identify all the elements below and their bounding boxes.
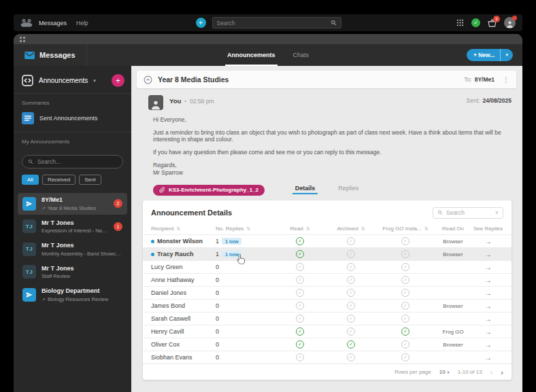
details-title: Announcement Details xyxy=(151,209,232,217)
column-header[interactable]: Archived⇅ xyxy=(324,226,378,232)
announcement-list-item[interactable]: TJMr T JonesExpression of Interest - Nat… xyxy=(18,216,127,238)
recipient-row[interactable]: Siobhan Evans0✓✓✓→ xyxy=(143,351,512,363)
announcement-item-title: Mr T Jones xyxy=(41,219,108,226)
read-status-icon: ✓ xyxy=(296,353,304,361)
column-header[interactable]: Read⇅ xyxy=(275,226,324,232)
column-header[interactable]: Frog GO Insta...⇅ xyxy=(378,226,433,232)
details-search[interactable]: × xyxy=(433,207,503,219)
user-avatar[interactable] xyxy=(504,17,516,29)
recipient-row[interactable]: Monster Wilson11 new✓✓✓Browser→ xyxy=(143,234,512,247)
archived-status-icon: ✓ xyxy=(347,327,355,336)
frog-go-status-icon: ✓ xyxy=(401,327,409,336)
read-status-icon: ✓ xyxy=(296,250,304,258)
filter-all[interactable]: All xyxy=(22,175,39,185)
column-header[interactable]: See Replies xyxy=(473,226,503,232)
recipient-name: Anne Hathaway xyxy=(151,277,195,283)
see-replies-arrow[interactable]: → xyxy=(485,264,492,271)
see-replies-arrow[interactable]: → xyxy=(485,238,492,245)
see-replies-arrow[interactable]: → xyxy=(485,315,492,323)
see-replies-arrow[interactable]: → xyxy=(485,328,492,336)
recipient-row[interactable]: James Bond0✓✓✓Browser→ xyxy=(143,299,512,312)
sidebar-item-sent-announcements[interactable]: Sent Announcements xyxy=(14,111,131,132)
tab-details[interactable]: Details xyxy=(295,185,316,194)
tab-chats[interactable]: Chats xyxy=(293,44,309,66)
recipient-row[interactable]: Oliver Cox0✓✓✓Browser→ xyxy=(143,338,512,351)
frog-go-status-icon: ✓ xyxy=(401,263,409,271)
replies-count: 1 xyxy=(216,238,219,245)
message-paragraph: Mr Sparrow xyxy=(153,169,512,177)
announcement-list-item[interactable]: 8Y/Me1↗Year 8 Media Studies2 xyxy=(18,193,127,215)
see-replies-arrow[interactable]: → xyxy=(485,251,492,258)
tab-announcements[interactable]: Announcements xyxy=(227,44,275,66)
kebab-menu-icon[interactable]: ⋮ xyxy=(503,76,509,84)
window-menu-icon[interactable] xyxy=(20,37,25,42)
recipient-row[interactable]: Tracy Rauch11 new✓✓✓Browser→ xyxy=(143,247,512,260)
sidebar-search[interactable] xyxy=(22,155,123,168)
add-announcement-button[interactable]: + xyxy=(112,74,124,87)
page-range: 1-10 of 13 xyxy=(458,369,482,375)
announcement-item-subtitle: Monthly Assembly - Band Showcase xyxy=(41,251,122,257)
global-search-input[interactable] xyxy=(217,20,331,26)
apps-grid-icon[interactable] xyxy=(456,19,464,26)
global-search[interactable] xyxy=(212,17,341,29)
chevron-down-icon: ▾ xyxy=(93,78,96,84)
message-paragraph: Regards, xyxy=(153,162,512,169)
pagination: Rows per page 10 ▾ 1-10 of 13 ‹ › xyxy=(143,363,512,380)
initials-avatar: TJ xyxy=(22,243,36,256)
read-status-icon: ✓ xyxy=(296,302,304,310)
filter-received[interactable]: Received xyxy=(42,175,76,185)
archived-status-icon: ✓ xyxy=(347,353,355,361)
clear-search-icon[interactable]: × xyxy=(495,209,499,216)
recipient-row[interactable]: Daniel Jones0✓✓✓→ xyxy=(143,286,512,299)
recipient-row[interactable]: Sarah Caswell0✓✓✓→ xyxy=(143,312,512,325)
sent-arrow-icon: ↗ xyxy=(41,297,46,302)
previous-page-icon[interactable]: ‹ xyxy=(490,368,493,376)
new-button[interactable]: + New... ▾ xyxy=(467,49,513,61)
unread-dot xyxy=(151,253,154,256)
column-header[interactable]: No. Replies⇅ xyxy=(216,226,275,232)
sort-icon: ⇅ xyxy=(361,226,365,232)
recipient-row[interactable]: Lucy Green0✓✓✓→ xyxy=(143,260,512,273)
read-status-icon: ✓ xyxy=(296,276,304,284)
help-menu[interactable]: Help xyxy=(76,20,88,26)
see-replies-arrow[interactable]: → xyxy=(485,341,492,349)
announcement-list-item[interactable]: TJMr T JonesMonthly Assembly - Band Show… xyxy=(18,238,127,260)
basket-icon[interactable]: 3 xyxy=(488,19,497,27)
main-panel: Year 8 Media Studies To: 8Y/Me1 ⋮ You xyxy=(131,66,522,392)
sidebar-title[interactable]: Announcements xyxy=(39,77,88,84)
filter-sent[interactable]: Sent xyxy=(79,175,101,185)
search-icon xyxy=(331,20,337,26)
tab-replies[interactable]: Replies xyxy=(338,185,358,194)
recipient-name: Henry Cavill xyxy=(151,328,184,335)
recipient-row[interactable]: Anne Hathaway0✓✓✓→ xyxy=(143,273,512,286)
rows-per-page-select[interactable]: 10 ▾ xyxy=(439,369,450,375)
see-replies-arrow[interactable]: → xyxy=(485,302,492,310)
collapse-sidebar-icon[interactable] xyxy=(22,75,33,86)
dot-separator: • xyxy=(184,98,186,104)
column-header[interactable]: Recipient⇅ xyxy=(151,226,216,232)
frog-go-status-icon: ✓ xyxy=(401,276,409,284)
read-status-icon: ✓ xyxy=(296,315,304,323)
message-paragraph: Hi Everyone, xyxy=(153,116,512,124)
recipient-row[interactable]: Henry Cavill0✓✓✓Frog GO→ xyxy=(143,325,512,338)
chevron-down-icon[interactable]: ▾ xyxy=(500,49,513,61)
announcement-item-title: Biology Department xyxy=(41,287,122,294)
see-replies-arrow[interactable]: → xyxy=(485,277,492,284)
quick-add-button[interactable]: + xyxy=(196,18,206,28)
frog-logo-icon[interactable] xyxy=(20,18,33,27)
see-replies-arrow[interactable]: → xyxy=(485,354,492,361)
collapse-message-icon[interactable] xyxy=(144,75,152,84)
next-page-icon[interactable]: › xyxy=(501,368,503,376)
sender-avatar xyxy=(148,95,163,110)
see-replies-arrow[interactable]: → xyxy=(485,289,492,297)
column-header[interactable]: Read On xyxy=(433,226,473,232)
details-search-input[interactable] xyxy=(446,209,492,216)
system-status-check-icon[interactable]: ✓ xyxy=(471,18,480,27)
app-tabs: Announcements Chats xyxy=(227,44,309,66)
announcement-list-item[interactable]: TJMr T JonesStaff Review xyxy=(18,262,127,283)
sort-icon: ⇅ xyxy=(246,226,250,232)
read-status-icon: ✓ xyxy=(296,340,304,349)
sidebar-search-input[interactable] xyxy=(37,158,117,165)
announcement-list-item[interactable]: Biology Department↗Biology Resources Rev… xyxy=(18,284,127,306)
replies-count: 0 xyxy=(216,302,219,309)
